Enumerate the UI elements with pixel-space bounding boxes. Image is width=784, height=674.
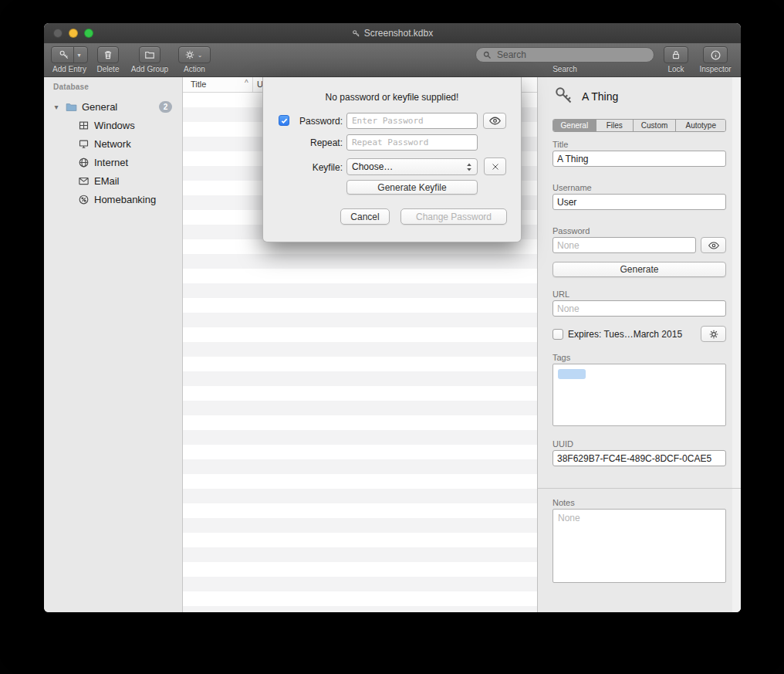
tab-general[interactable]: General [553,120,596,131]
window-controls [53,29,93,38]
keyfile-popup[interactable]: Choose… [346,158,478,175]
dialog-repeat-input[interactable] [346,134,478,151]
keyfile-popup-value: Choose… [352,161,393,172]
delete-button[interactable] [97,46,119,63]
lock-button[interactable] [664,46,688,63]
sidebar-item-network[interactable]: Network [44,134,182,153]
windows-icon [75,120,92,131]
cancel-button[interactable]: Cancel [340,208,390,225]
sidebar-item-homebanking[interactable]: Homebanking [44,190,182,208]
chevron-down-icon: ⌄ [195,52,205,59]
percent-coin-icon [75,194,92,205]
notes-placeholder: None [558,513,580,523]
password-checkbox[interactable] [279,115,289,126]
gear-icon [184,49,195,60]
password-field-label: Password [553,226,590,235]
gear-icon [708,329,719,340]
change-password-button[interactable]: Change Password [400,208,507,225]
x-icon [491,162,500,171]
title-field-label: Title [553,140,568,149]
lock-label: Lock [654,65,698,73]
dialog-reveal-password-button[interactable] [483,113,506,129]
expires-label: Expires: Tues…March 2015 [568,329,682,340]
inspector-label: Inspector [694,65,737,73]
column-divider[interactable] [252,77,253,92]
uuid-field-label: UUID [553,439,573,449]
title-bar: Screenshot.kdbx [44,23,741,43]
notes-box[interactable]: None [553,509,726,583]
search-icon [482,50,492,59]
url-field-label: URL [553,290,569,299]
clear-keyfile-button[interactable] [484,157,506,175]
trash-icon [103,49,113,60]
popup-chevrons-icon [466,162,472,172]
search-field[interactable] [475,47,654,63]
uuid-input[interactable] [553,450,726,466]
sidebar-item-internet[interactable]: Internet [44,153,182,171]
tab-custom[interactable]: Custom [634,120,677,131]
entry-count-badge: 2 [159,101,172,113]
key-icon [56,49,73,60]
globe-icon [75,157,92,168]
eye-icon [708,239,720,252]
tag-pill[interactable] [558,369,586,379]
info-icon [710,49,721,61]
change-password-dialog: No password or keyfile supplied! Passwor… [262,77,522,242]
reveal-password-button[interactable] [701,237,726,253]
zoom-button[interactable] [84,29,93,38]
column-header-title[interactable]: Title [191,80,206,89]
sidebar-item-general[interactable]: ▾ General 2 [44,97,182,116]
sidebar-section-header: Database [53,83,89,91]
search-input[interactable] [495,49,647,61]
tags-field-label: Tags [553,353,570,362]
url-input[interactable] [553,300,726,317]
keyfile-label: Keyfile: [292,162,343,173]
generate-password-button[interactable]: Generate [553,262,726,277]
repeat-label: Repeat: [292,137,343,148]
entry-key-icon [553,85,574,108]
sidebar-item-windows[interactable]: Windows [44,116,182,134]
username-input[interactable] [553,194,726,210]
minimize-button[interactable] [69,29,78,38]
sidebar-item-label: Homebanking [92,194,182,205]
toolbar: ▾ Add Entry Delete Add Group ⌄ Action [44,43,741,77]
generate-keyfile-button[interactable]: Generate Keyfile [346,180,478,195]
document-key-icon [352,29,360,38]
sidebar-item-email[interactable]: EMail [44,171,182,190]
monitor-icon [75,138,92,150]
sidebar: Database ▾ General 2 Windows Networ [44,77,183,612]
window-title-text: Screenshot.kdbx [364,28,433,39]
folder-icon [63,100,79,113]
eye-icon [488,114,502,127]
check-icon [280,117,289,125]
inspector-panel: A Thing General Files Custom Autotype Ti… [537,77,741,612]
add-group-button[interactable] [139,46,161,63]
folder-icon [144,49,155,60]
password-input[interactable] [553,237,696,253]
title-input[interactable] [553,151,726,167]
tab-autotype[interactable]: Autotype [676,120,725,131]
envelope-icon [75,175,92,187]
inspector-tabs: General Files Custom Autotype [553,119,726,132]
action-button[interactable]: ⌄ [178,46,211,63]
sidebar-item-label: Network [92,138,182,150]
inspector-button[interactable] [703,46,728,63]
sidebar-item-label: Windows [92,120,182,131]
notes-field-label: Notes [553,498,575,507]
chevron-down-icon[interactable]: ▾ [75,52,83,59]
tags-box[interactable] [553,364,726,426]
divider [538,488,741,489]
sidebar-item-label: General [79,101,159,113]
tab-files[interactable]: Files [596,120,634,131]
password-label: Password: [292,116,343,127]
expires-checkbox[interactable] [553,329,563,340]
username-field-label: Username [553,183,592,192]
window-title: Screenshot.kdbx [352,28,433,39]
dialog-password-input[interactable] [346,113,478,129]
add-entry-button[interactable]: ▾ [51,46,88,63]
action-label: Action [173,65,216,73]
inspector-scrollbar[interactable] [732,77,741,612]
close-button[interactable] [53,29,63,38]
expires-options-button[interactable] [701,326,726,342]
disclosure-triangle-icon[interactable]: ▾ [50,103,63,111]
